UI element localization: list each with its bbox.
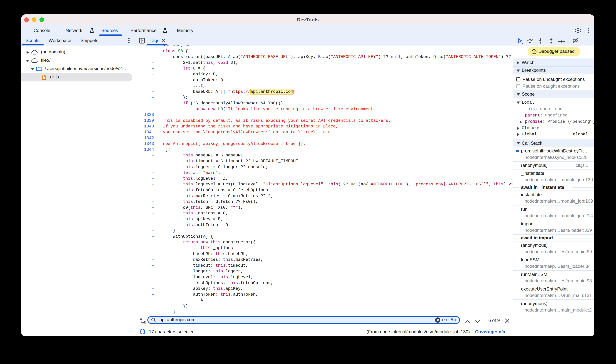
svg-text:B: B (144, 320, 146, 324)
svg-text:A: A (140, 317, 142, 321)
